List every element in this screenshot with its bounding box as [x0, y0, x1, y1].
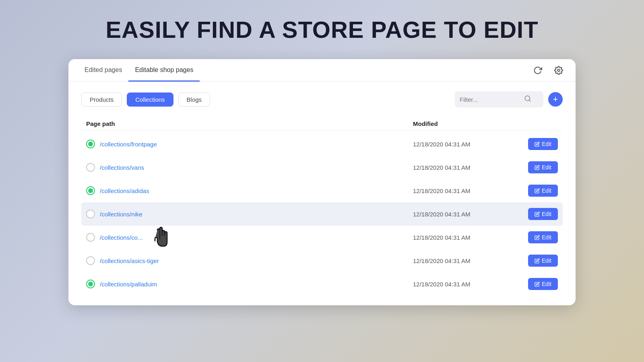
path-link[interactable]: /collections/adidas [100, 187, 149, 194]
row-action: Edit [518, 231, 558, 243]
row-modified: 12/18/2020 04:31 AM [413, 234, 518, 241]
row-action: Edit [518, 278, 558, 290]
path-link[interactable]: /collections/palladuim [100, 281, 157, 288]
col-header-modified: Modified [413, 120, 518, 127]
path-link[interactable]: /collections/asics-tiger [100, 257, 159, 264]
tab-bar: Edited pages Editable shop pages [68, 59, 576, 82]
filter-input[interactable] [460, 96, 524, 103]
row-modified: 12/18/2020 04:31 AM [413, 187, 518, 194]
edit-button[interactable]: Edit [528, 138, 558, 150]
table-rows-wrapper: /collections/frontpage 12/18/2020 04:31 … [81, 132, 563, 296]
settings-button[interactable] [551, 63, 566, 78]
table-row: /collections/nike 12/18/2020 04:31 AM Ed… [81, 202, 563, 226]
path-link[interactable]: /collections/nike [100, 211, 142, 218]
row-action: Edit [518, 255, 558, 267]
row-action: Edit [518, 208, 558, 220]
filter-input-wrap [455, 91, 543, 107]
row-path[interactable]: /collections/vans [86, 163, 413, 172]
row-path[interactable]: /collections/asics-tiger [86, 256, 413, 265]
table-row: /collections/asics-tiger 12/18/2020 04:3… [81, 249, 563, 272]
app-window: Edited pages Editable shop pages Product… [68, 59, 576, 305]
path-link[interactable]: /collections/co... [100, 234, 143, 241]
status-inactive-icon [86, 163, 95, 172]
row-path[interactable]: /collections/adidas [86, 186, 413, 195]
edit-button[interactable]: Edit [528, 161, 558, 173]
row-modified: 12/18/2020 04:31 AM [413, 141, 518, 148]
tab-actions [530, 63, 566, 78]
col-header-path: Page path [86, 120, 413, 127]
row-path[interactable]: /collections/nike [86, 210, 413, 218]
edit-button[interactable]: Edit [528, 208, 558, 220]
row-action: Edit [518, 185, 558, 197]
status-inactive-icon [86, 210, 95, 218]
search-icon[interactable] [524, 95, 531, 104]
edit-button[interactable]: Edit [528, 185, 558, 197]
table-row: /collections/frontpage 12/18/2020 04:31 … [81, 132, 563, 156]
products-button[interactable]: Products [81, 93, 122, 107]
path-link[interactable]: /collections/vans [100, 164, 144, 171]
main-content: Products Collections Blogs + Page path M… [68, 82, 576, 305]
table-row: /collections/adidas 12/18/2020 04:31 AM … [81, 179, 563, 202]
row-action: Edit [518, 161, 558, 173]
status-inactive-icon [86, 256, 95, 265]
row-modified: 12/18/2020 04:31 AM [413, 211, 518, 218]
row-modified: 12/18/2020 04:31 AM [413, 257, 518, 264]
row-path[interactable]: /collections/co... [86, 233, 413, 242]
table-row: /collections/co... 12/18/2020 04:31 AM E… [81, 226, 563, 249]
svg-point-0 [557, 69, 560, 72]
row-path[interactable]: /collections/frontpage [86, 140, 413, 148]
row-action: Edit [518, 138, 558, 150]
table-header: Page path Modified [81, 117, 563, 131]
edit-button[interactable]: Edit [528, 231, 558, 243]
collections-button[interactable]: Collections [127, 93, 173, 107]
table-row: /collections/vans 12/18/2020 04:31 AM Ed… [81, 156, 563, 179]
row-modified: 12/18/2020 04:31 AM [413, 281, 518, 288]
add-button[interactable]: + [548, 92, 563, 107]
table-row: /collections/palladuim 12/18/2020 04:31 … [81, 272, 563, 296]
tab-editable-shop-pages[interactable]: Editable shop pages [128, 59, 200, 82]
refresh-button[interactable] [530, 63, 545, 78]
edit-button[interactable]: Edit [528, 255, 558, 267]
status-inactive-icon [86, 233, 95, 242]
row-modified: 12/18/2020 04:31 AM [413, 164, 518, 171]
path-link[interactable]: /collections/frontpage [100, 141, 157, 148]
edit-button[interactable]: Edit [528, 278, 558, 290]
status-active-icon [86, 186, 95, 195]
status-active-icon [86, 140, 95, 148]
row-path[interactable]: /collections/palladuim [86, 280, 413, 288]
tab-edited-pages[interactable]: Edited pages [78, 59, 128, 82]
filter-row: Products Collections Blogs + [81, 91, 563, 107]
svg-line-2 [529, 100, 530, 101]
blogs-button[interactable]: Blogs [178, 93, 211, 107]
status-active-icon [86, 280, 95, 288]
page-headline: EASILY FIND A STORE PAGE TO EDIT [105, 16, 538, 43]
